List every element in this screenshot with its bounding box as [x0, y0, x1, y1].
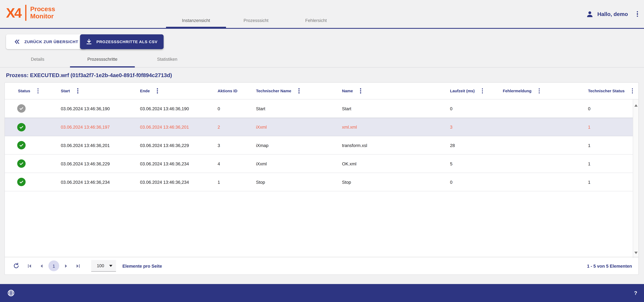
cell-technischer-name: Start: [243, 100, 329, 118]
page-size-select[interactable]: 100: [91, 260, 116, 272]
table-row[interactable]: 03.06.2024 13:46:36,20103.06.2024 13:46:…: [5, 136, 633, 154]
main-tab-fehlersicht[interactable]: Fehlersicht: [286, 0, 346, 28]
column-menu-kebab-icon[interactable]: [359, 87, 362, 95]
column-header-status[interactable]: Status: [5, 87, 48, 95]
previous-page-icon: [39, 263, 44, 269]
cell-start: 03.06.2024 13:46:36,229: [48, 154, 127, 172]
cell-status: [5, 136, 48, 154]
cell-technischer-name: iXxml: [243, 154, 329, 172]
table-row[interactable]: 03.06.2024 13:46:36,19003.06.2024 13:46:…: [5, 100, 633, 118]
scroll-up-icon[interactable]: [634, 104, 638, 107]
logo-product-name: Process Monitor: [30, 5, 55, 20]
cell-ende: 03.06.2024 13:46:36,190: [127, 100, 204, 118]
column-header-name[interactable]: Name: [329, 87, 437, 95]
cell-technischer-status: 1: [575, 173, 633, 191]
column-label: Fehlermeldung: [503, 89, 532, 93]
cell-aktions-id: 3: [204, 136, 243, 154]
column-header-technischer-status[interactable]: Technischer Status: [575, 87, 633, 95]
column-header-ende[interactable]: Ende: [127, 87, 204, 95]
detail-tabs-strip: DetailsProzessschritteStatistiken: [0, 51, 644, 67]
previous-page-button[interactable]: [37, 262, 46, 270]
status-neutral-check-icon: [17, 104, 26, 113]
pagination-range-label: 1 - 5 von 5 Elementen: [587, 264, 632, 268]
table-header-row: StatusStartEndeAktions IDTechnischer Nam…: [5, 83, 638, 100]
cell-ende: 03.06.2024 13:46:36,201: [127, 118, 204, 136]
status-success-check-icon: [17, 141, 26, 150]
main-tab-prozesssicht[interactable]: Prozesssicht: [226, 0, 286, 28]
column-header-start[interactable]: Start: [48, 87, 127, 95]
first-page-button[interactable]: [25, 262, 34, 270]
table-row[interactable]: 03.06.2024 13:46:36,19703.06.2024 13:46:…: [5, 118, 633, 136]
cell-laufzeit-ms: 28: [437, 136, 490, 154]
column-header-laufzeit-ms-[interactable]: Laufzeit (ms): [437, 87, 490, 95]
cell-technischer-status: 0: [575, 100, 633, 118]
vertical-scrollbar[interactable]: [633, 100, 638, 258]
cell-aktions-id: 2: [204, 118, 243, 136]
cell-fehlermeldung: [490, 118, 575, 136]
table-row[interactable]: 03.06.2024 13:46:36,23403.06.2024 13:46:…: [5, 173, 633, 191]
cell-status: [5, 100, 48, 118]
process-steps-table: StatusStartEndeAktions IDTechnischer Nam…: [4, 82, 639, 275]
sub-tab-statistiken[interactable]: Statistiken: [135, 51, 200, 67]
cell-name: xml.xml: [329, 118, 437, 136]
last-page-icon: [75, 263, 81, 269]
cell-fehlermeldung: [490, 136, 575, 154]
cell-aktions-id: 4: [204, 154, 243, 172]
cell-technischer-status: 1: [575, 136, 633, 154]
double-chevron-left-icon: [14, 39, 20, 45]
current-page-indicator[interactable]: 1: [48, 261, 59, 271]
export-csv-button[interactable]: PROZESSSCHRITTE ALS CSV: [80, 34, 164, 49]
cell-fehlermeldung: [490, 100, 575, 118]
cell-start: 03.06.2024 13:46:36,201: [48, 136, 127, 154]
cell-start: 03.06.2024 13:46:36,234: [48, 173, 127, 191]
page-size-value: 100: [97, 263, 104, 268]
column-label: Start: [61, 89, 70, 93]
main-view-tabs: InstanzensichtProzesssichtFehlersicht: [166, 0, 346, 28]
cell-laufzeit-ms: 0: [437, 100, 490, 118]
column-menu-kebab-icon[interactable]: [631, 87, 633, 95]
column-header-fehlermeldung[interactable]: Fehlermeldung: [490, 87, 575, 95]
column-menu-kebab-icon[interactable]: [156, 87, 159, 95]
footer-bar: ?: [0, 284, 644, 302]
sub-tab-prozessschritte[interactable]: Prozessschritte: [70, 51, 135, 67]
sub-tab-details[interactable]: Details: [5, 51, 70, 67]
download-icon: [86, 39, 92, 45]
column-menu-kebab-icon[interactable]: [36, 87, 40, 95]
back-to-overview-button[interactable]: ZURÜCK ZUR ÜBERSICHT: [6, 34, 86, 49]
first-page-icon: [27, 263, 32, 269]
scroll-down-icon[interactable]: [634, 252, 638, 254]
user-menu-kebab-icon[interactable]: [636, 10, 639, 18]
column-menu-kebab-icon[interactable]: [76, 87, 79, 95]
cell-ende: 03.06.2024 13:46:36,234: [127, 173, 204, 191]
table-body: 03.06.2024 13:46:36,19003.06.2024 13:46:…: [5, 100, 638, 258]
refresh-button[interactable]: [11, 261, 21, 271]
help-button[interactable]: ?: [634, 290, 637, 296]
column-menu-kebab-icon[interactable]: [481, 87, 484, 95]
status-success-check-icon: [17, 123, 26, 131]
cell-fehlermeldung: [490, 154, 575, 172]
table-row[interactable]: 03.06.2024 13:46:36,22903.06.2024 13:46:…: [5, 154, 633, 173]
cell-name: Start: [329, 100, 437, 118]
detail-tabs: DetailsProzessschritteStatistiken: [5, 51, 200, 67]
main-tab-instanzensicht[interactable]: Instanzensicht: [166, 0, 226, 28]
column-menu-kebab-icon[interactable]: [538, 87, 541, 95]
logo-divider: [25, 5, 26, 21]
column-label: Name: [342, 89, 353, 93]
last-page-button[interactable]: [74, 262, 82, 270]
refresh-icon: [13, 263, 20, 269]
user-icon: [586, 10, 594, 18]
cell-ende: 03.06.2024 13:46:36,234: [127, 154, 204, 172]
top-bar: X4 Process Monitor InstanzensichtProzess…: [0, 0, 644, 29]
column-header-technischer-name[interactable]: Technischer Name: [243, 87, 329, 95]
column-header-aktions-id[interactable]: Aktions ID: [204, 87, 243, 95]
globe-icon[interactable]: [7, 289, 15, 297]
next-page-button[interactable]: [62, 262, 70, 270]
cell-start: 03.06.2024 13:46:36,190: [48, 100, 127, 118]
cell-status: [5, 118, 48, 136]
cell-aktions-id: 1: [204, 173, 243, 191]
column-menu-kebab-icon[interactable]: [297, 87, 301, 95]
cell-aktions-id: 0: [204, 100, 243, 118]
cell-name: OK.xml: [329, 154, 437, 172]
cell-laufzeit-ms: 3: [437, 118, 490, 136]
cell-technischer-status: 1: [575, 118, 633, 136]
